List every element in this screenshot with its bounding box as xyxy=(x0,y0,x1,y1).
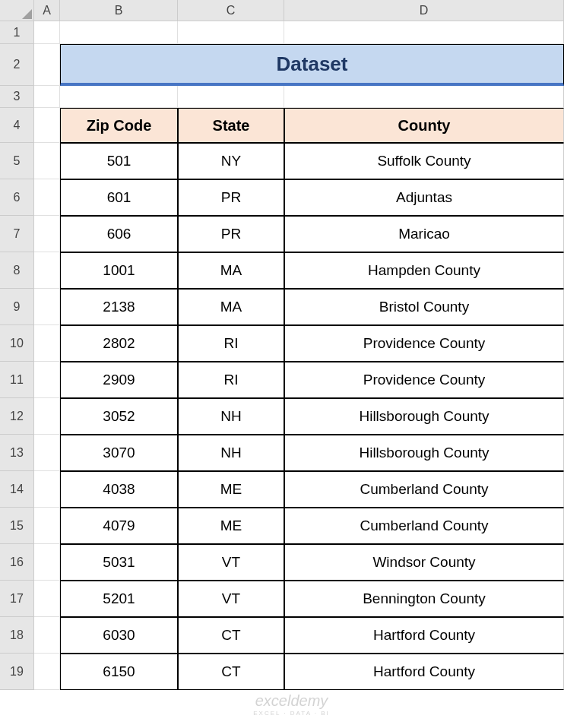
cell-state-6[interactable]: PR xyxy=(178,179,284,216)
cell-a17[interactable] xyxy=(34,581,60,617)
cell-a16[interactable] xyxy=(34,544,60,581)
row-header-17[interactable]: 17 xyxy=(0,581,34,617)
cell-county-13[interactable]: Hillsborough County xyxy=(284,435,564,471)
row-header-9[interactable]: 9 xyxy=(0,289,34,325)
cell-county-19[interactable]: Hartford County xyxy=(284,654,564,690)
cell-county-17[interactable]: Bennington County xyxy=(284,581,564,617)
cell-b3[interactable] xyxy=(60,86,178,108)
row-header-14[interactable]: 14 xyxy=(0,471,34,508)
row-header-13[interactable]: 13 xyxy=(0,435,34,471)
cell-county-16[interactable]: Windsor County xyxy=(284,544,564,581)
cell-a19[interactable] xyxy=(34,654,60,690)
cell-a8[interactable] xyxy=(34,252,60,289)
cell-state-15[interactable]: ME xyxy=(178,508,284,544)
cell-b1[interactable] xyxy=(60,21,178,44)
cell-state-13[interactable]: NH xyxy=(178,435,284,471)
row-header-11[interactable]: 11 xyxy=(0,362,34,398)
select-all-corner[interactable] xyxy=(0,0,34,21)
row-header-18[interactable]: 18 xyxy=(0,617,34,654)
cell-c3[interactable] xyxy=(178,86,284,108)
cell-county-8[interactable]: Hampden County xyxy=(284,252,564,289)
cell-state-19[interactable]: CT xyxy=(178,654,284,690)
row-header-16[interactable]: 16 xyxy=(0,544,34,581)
cell-a12[interactable] xyxy=(34,398,60,435)
header-zip[interactable]: Zip Code xyxy=(60,108,178,143)
watermark-logo: exceldemy xyxy=(253,692,330,710)
row-header-5[interactable]: 5 xyxy=(0,143,34,179)
cell-a2[interactable] xyxy=(34,44,60,86)
cell-county-5[interactable]: Suffolk County xyxy=(284,143,564,179)
row-header-7[interactable]: 7 xyxy=(0,216,34,252)
header-county[interactable]: County xyxy=(284,108,564,143)
col-header-c[interactable]: C xyxy=(178,0,284,21)
cell-county-10[interactable]: Providence County xyxy=(284,325,564,362)
cell-state-14[interactable]: ME xyxy=(178,471,284,508)
row-header-12[interactable]: 12 xyxy=(0,398,34,435)
cell-a6[interactable] xyxy=(34,179,60,216)
cell-county-14[interactable]: Cumberland County xyxy=(284,471,564,508)
cell-zip-18[interactable]: 6030 xyxy=(60,617,178,654)
cell-zip-15[interactable]: 4079 xyxy=(60,508,178,544)
row-header-10[interactable]: 10 xyxy=(0,325,34,362)
cell-a14[interactable] xyxy=(34,471,60,508)
row-header-15[interactable]: 15 xyxy=(0,508,34,544)
cell-zip-12[interactable]: 3052 xyxy=(60,398,178,435)
row-header-19[interactable]: 19 xyxy=(0,654,34,690)
cell-zip-14[interactable]: 4038 xyxy=(60,471,178,508)
cell-state-7[interactable]: PR xyxy=(178,216,284,252)
cell-a7[interactable] xyxy=(34,216,60,252)
cell-state-16[interactable]: VT xyxy=(178,544,284,581)
cell-county-18[interactable]: Hartford County xyxy=(284,617,564,654)
cell-zip-10[interactable]: 2802 xyxy=(60,325,178,362)
cell-zip-6[interactable]: 601 xyxy=(60,179,178,216)
cell-zip-11[interactable]: 2909 xyxy=(60,362,178,398)
cell-zip-9[interactable]: 2138 xyxy=(60,289,178,325)
col-header-b[interactable]: B xyxy=(60,0,178,21)
cell-a1[interactable] xyxy=(34,21,60,44)
cell-a4[interactable] xyxy=(34,108,60,143)
cell-state-9[interactable]: MA xyxy=(178,289,284,325)
dataset-title[interactable]: Dataset xyxy=(60,44,564,86)
cell-state-5[interactable]: NY xyxy=(178,143,284,179)
cell-state-8[interactable]: MA xyxy=(178,252,284,289)
watermark-sub: EXCEL · DATA · BI xyxy=(253,710,330,717)
cell-zip-7[interactable]: 606 xyxy=(60,216,178,252)
cell-state-12[interactable]: NH xyxy=(178,398,284,435)
col-header-d[interactable]: D xyxy=(284,0,564,21)
cell-state-10[interactable]: RI xyxy=(178,325,284,362)
row-header-6[interactable]: 6 xyxy=(0,179,34,216)
cell-zip-13[interactable]: 3070 xyxy=(60,435,178,471)
cell-d1[interactable] xyxy=(284,21,564,44)
cell-state-18[interactable]: CT xyxy=(178,617,284,654)
cell-c1[interactable] xyxy=(178,21,284,44)
row-header-3[interactable]: 3 xyxy=(0,86,34,108)
cell-d3[interactable] xyxy=(284,86,564,108)
cell-a11[interactable] xyxy=(34,362,60,398)
cell-a5[interactable] xyxy=(34,143,60,179)
cell-a10[interactable] xyxy=(34,325,60,362)
row-header-2[interactable]: 2 xyxy=(0,44,34,86)
col-header-a[interactable]: A xyxy=(34,0,60,21)
cell-county-7[interactable]: Maricao xyxy=(284,216,564,252)
cell-a18[interactable] xyxy=(34,617,60,654)
cell-zip-17[interactable]: 5201 xyxy=(60,581,178,617)
cell-county-6[interactable]: Adjuntas xyxy=(284,179,564,216)
cell-zip-5[interactable]: 501 xyxy=(60,143,178,179)
cell-zip-19[interactable]: 6150 xyxy=(60,654,178,690)
cell-state-17[interactable]: VT xyxy=(178,581,284,617)
cell-a13[interactable] xyxy=(34,435,60,471)
cell-state-11[interactable]: RI xyxy=(178,362,284,398)
cell-county-15[interactable]: Cumberland County xyxy=(284,508,564,544)
cell-a3[interactable] xyxy=(34,86,60,108)
row-header-1[interactable]: 1 xyxy=(0,21,34,44)
header-state[interactable]: State xyxy=(178,108,284,143)
cell-county-9[interactable]: Bristol County xyxy=(284,289,564,325)
row-header-8[interactable]: 8 xyxy=(0,252,34,289)
cell-county-12[interactable]: Hillsborough County xyxy=(284,398,564,435)
cell-zip-8[interactable]: 1001 xyxy=(60,252,178,289)
cell-a15[interactable] xyxy=(34,508,60,544)
cell-zip-16[interactable]: 5031 xyxy=(60,544,178,581)
cell-county-11[interactable]: Providence County xyxy=(284,362,564,398)
row-header-4[interactable]: 4 xyxy=(0,108,34,143)
cell-a9[interactable] xyxy=(34,289,60,325)
